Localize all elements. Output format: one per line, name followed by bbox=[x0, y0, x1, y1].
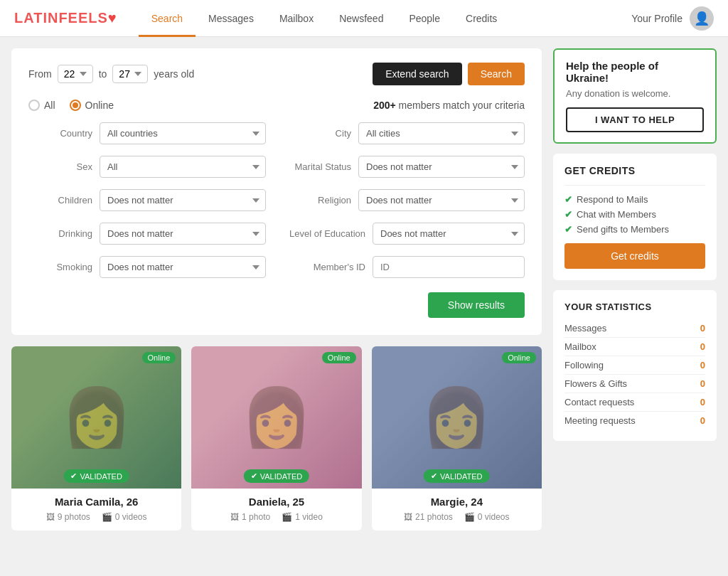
country-label: Country bbox=[28, 128, 92, 139]
stat-messages: Messages 0 bbox=[564, 319, 705, 338]
main-content: From 22 18192021 2324252627 to 27 181920… bbox=[11, 48, 542, 530]
card-name-2: Daniela, 25 bbox=[200, 496, 353, 508]
card-info-2: Daniela, 25 🖼 1 photo 🎬 1 video bbox=[191, 489, 361, 530]
filter-smoking: Smoking Does not matter bbox=[28, 256, 266, 278]
stat-following-value: 0 bbox=[700, 360, 705, 370]
nav-people[interactable]: People bbox=[396, 0, 453, 37]
nav-search[interactable]: Search bbox=[139, 0, 196, 37]
city-select[interactable]: All cities bbox=[358, 122, 525, 144]
profile-card-3[interactable]: 👩 Online ✔ VALIDATED Margie, 24 🖼 21 pho… bbox=[372, 346, 542, 530]
stat-flowers-label: Flowers & Gifts bbox=[564, 378, 627, 389]
age-row: From 22 18192021 2324252627 to 27 181920… bbox=[28, 65, 194, 83]
member-id-input[interactable] bbox=[373, 256, 525, 278]
country-select[interactable]: All countries bbox=[100, 122, 266, 144]
video-icon-1: 🎬 bbox=[102, 512, 112, 522]
profile-card-2[interactable]: 👩 Online ✔ VALIDATED Daniela, 25 🖼 1 pho… bbox=[191, 346, 361, 530]
card-photo-3: 👩 bbox=[372, 346, 542, 489]
online-badge-2: Online bbox=[322, 352, 356, 363]
photo-icon-1: 🖼 bbox=[46, 512, 55, 522]
credits-label-2: Chat with Members bbox=[577, 209, 656, 220]
children-label: Children bbox=[28, 195, 92, 206]
marital-label: Marital Status bbox=[287, 161, 351, 172]
search-top-row: From 22 18192021 2324252627 to 27 181920… bbox=[28, 63, 525, 85]
profile-label[interactable]: Your Profile bbox=[631, 13, 682, 24]
extend-search-button[interactable]: Extend search bbox=[373, 63, 462, 85]
members-count: 200+ bbox=[373, 100, 396, 111]
online-badge-1: Online bbox=[142, 352, 176, 363]
members-match: 200+ members match your criteria bbox=[128, 100, 525, 111]
validated-badge-2: ✔ VALIDATED bbox=[244, 469, 310, 483]
education-select[interactable]: Does not matter bbox=[373, 223, 525, 245]
radio-dot bbox=[73, 102, 78, 108]
stat-messages-value: 0 bbox=[700, 323, 705, 334]
photo-icon-3: 🖼 bbox=[404, 512, 412, 522]
filter-children: Children Does not matter bbox=[28, 189, 266, 211]
logo-text: LATINFEELS bbox=[14, 10, 108, 26]
online-badge-3: Online bbox=[502, 352, 536, 363]
card-info-1: Maria Camila, 26 🖼 9 photos 🎬 0 videos bbox=[11, 489, 181, 530]
age-to-select[interactable]: 27 1819202122 23242526 282930 bbox=[112, 65, 148, 83]
photo-icon-2: 🖼 bbox=[230, 512, 239, 522]
members-suffix: members match your criteria bbox=[396, 100, 525, 111]
sidebar: Help the people of Ukraine! Any donation… bbox=[553, 48, 717, 530]
stat-contact-value: 0 bbox=[700, 397, 705, 407]
radio-all[interactable]: All bbox=[28, 100, 55, 111]
avatar[interactable]: 👤 bbox=[690, 6, 714, 31]
show-results-button[interactable]: Show results bbox=[428, 292, 525, 318]
header-right: Your Profile 👤 bbox=[631, 6, 714, 31]
filter-member-id: Member's ID bbox=[287, 256, 525, 278]
credits-card: GET CREDITS ✔ Respond to Mails ✔ Chat wi… bbox=[553, 154, 717, 280]
nav-mailbox[interactable]: Mailbox bbox=[267, 0, 326, 37]
stat-meeting: Meeting requests 0 bbox=[564, 412, 705, 430]
profile-card-1[interactable]: 👩 Online ✔ VALIDATED Maria Camila, 26 🖼 … bbox=[11, 346, 181, 530]
to-label: to bbox=[99, 68, 107, 80]
age-from-select[interactable]: 22 18192021 2324252627 bbox=[58, 65, 93, 83]
main-nav: Search Messages Mailbox Newsfeed People … bbox=[139, 0, 631, 37]
card-meta-1: 🖼 9 photos 🎬 0 videos bbox=[20, 512, 173, 522]
credits-item-3: ✔ Send gifts to Members bbox=[564, 224, 705, 235]
search-button[interactable]: Search bbox=[468, 63, 525, 85]
nav-newsfeed[interactable]: Newsfeed bbox=[326, 0, 396, 37]
card-image-2: 👩 Online ✔ VALIDATED bbox=[191, 346, 361, 489]
get-credits-button[interactable]: Get credits bbox=[564, 243, 705, 269]
drinking-select[interactable]: Does not matter bbox=[100, 223, 266, 245]
stat-contact-label: Contact requests bbox=[564, 397, 634, 407]
help-button[interactable]: I WANT TO HELP bbox=[566, 107, 704, 132]
smoking-select[interactable]: Does not matter bbox=[100, 256, 266, 278]
filter-grid: Country All countries City All cities Se… bbox=[28, 122, 525, 278]
radio-online[interactable]: Online bbox=[70, 100, 114, 111]
validated-badge-1: ✔ VALIDATED bbox=[63, 469, 129, 483]
filter-marital: Marital Status Does not matter bbox=[287, 156, 525, 178]
religion-select[interactable]: Does not matter bbox=[358, 189, 525, 211]
logo-heart: ♥ bbox=[108, 10, 117, 26]
ukraine-title: Help the people of Ukraine! bbox=[566, 60, 704, 84]
check-icon-3: ✔ bbox=[564, 224, 572, 235]
marital-select[interactable]: Does not matter bbox=[358, 156, 525, 178]
education-label: Level of Education bbox=[287, 228, 365, 239]
validated-text-2: VALIDATED bbox=[260, 472, 303, 481]
stat-messages-label: Messages bbox=[564, 323, 606, 334]
city-label: City bbox=[287, 128, 351, 139]
radio-row: All Online 200+ members match your crite… bbox=[28, 100, 525, 111]
nav-credits[interactable]: Credits bbox=[453, 0, 510, 37]
card-meta-2: 🖼 1 photo 🎬 1 video bbox=[200, 512, 353, 522]
children-select[interactable]: Does not matter bbox=[100, 189, 266, 211]
online-label: Online bbox=[85, 100, 114, 111]
member-id-label: Member's ID bbox=[287, 262, 365, 272]
video-icon-2: 🎬 bbox=[282, 512, 292, 522]
header: LATINFEELS♥ Search Messages Mailbox News… bbox=[0, 0, 728, 37]
videos-count-2: 🎬 1 video bbox=[282, 512, 323, 522]
stat-contact: Contact requests 0 bbox=[564, 393, 705, 412]
validated-text-3: VALIDATED bbox=[440, 472, 483, 481]
photos-count-1: 🖼 9 photos bbox=[46, 512, 90, 522]
logo[interactable]: LATINFEELS♥ bbox=[14, 10, 117, 26]
main-layout: From 22 18192021 2324252627 to 27 181920… bbox=[0, 37, 728, 542]
nav-messages[interactable]: Messages bbox=[196, 0, 267, 37]
stat-mailbox-label: Mailbox bbox=[564, 341, 596, 352]
validated-badge-3: ✔ VALIDATED bbox=[424, 469, 490, 483]
stat-flowers-value: 0 bbox=[700, 378, 705, 389]
sex-select[interactable]: All bbox=[100, 156, 266, 178]
credits-item-2: ✔ Chat with Members bbox=[564, 209, 705, 220]
stat-meeting-label: Meeting requests bbox=[564, 415, 636, 426]
stats-title: YOUR STATISTICS bbox=[564, 302, 705, 312]
